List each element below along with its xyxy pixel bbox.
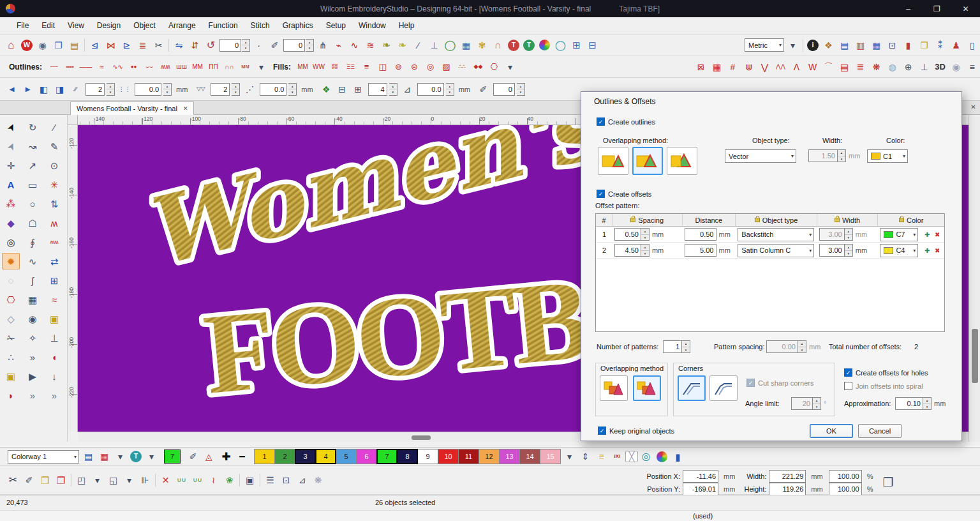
v-scroll-thumb[interactable]: [972, 329, 978, 383]
fill-window-icon[interactable]: ◫: [375, 59, 390, 75]
color-wheel-icon[interactable]: [539, 40, 550, 50]
fill-satin-icon[interactable]: WW: [311, 59, 327, 75]
prop-spinner-6[interactable]: ▴▾: [446, 83, 454, 96]
pentagon-tool[interactable]: ☖: [24, 215, 41, 231]
palette-color-6[interactable]: 6: [356, 449, 377, 464]
object-type-select[interactable]: Vector▾: [725, 149, 796, 163]
col-color[interactable]: Color: [878, 214, 944, 226]
approximation-spinner[interactable]: ▴▾: [923, 397, 932, 410]
create-outlines-checkbox[interactable]: ✓ Create outlines: [597, 117, 655, 126]
outline-wave-icon[interactable]: ≈: [94, 59, 110, 75]
palette-color-11[interactable]: 11: [458, 449, 479, 464]
scissors-icon[interactable]: ✂: [151, 38, 167, 53]
more-tools-icon[interactable]: »: [24, 387, 41, 404]
curve-arrow-tool[interactable]: ↝: [24, 138, 41, 155]
outline-color-select[interactable]: C1▾: [867, 149, 908, 163]
contour-fill-icon[interactable]: ⋓: [741, 59, 757, 75]
rectangle-tool[interactable]: ▭: [24, 176, 41, 193]
ellipse-ghost-tool[interactable]: ◌: [2, 272, 20, 289]
thread-spool-icon[interactable]: ▮: [900, 38, 916, 53]
pen-angle-icon[interactable]: ✐: [267, 38, 283, 53]
mirror-horizontal-icon[interactable]: ⇋: [171, 38, 187, 53]
hamburger-icon[interactable]: ≡: [964, 59, 980, 75]
menu-design[interactable]: Design: [91, 17, 127, 34]
fingerprint-icon[interactable]: ◉: [34, 38, 50, 53]
angle-tool-icon[interactable]: ⊿: [399, 82, 415, 97]
lambda-fill-icon[interactable]: Λ: [789, 59, 805, 75]
prop-field-4[interactable]: 0.0: [260, 83, 286, 96]
palette-color-2[interactable]: 2: [274, 449, 295, 464]
punch-tool[interactable]: ◎: [2, 234, 20, 250]
skew-angle-field[interactable]: 0: [283, 39, 305, 52]
color-blend-icon[interactable]: ❖: [318, 82, 334, 97]
resequence-color-icon[interactable]: ◱: [105, 472, 121, 488]
menu-function[interactable]: Function: [202, 17, 244, 34]
palette-color-3[interactable]: 3: [295, 449, 316, 464]
wave-red-icon[interactable]: ≀: [205, 472, 221, 488]
units-select[interactable]: Metric▾: [745, 38, 784, 52]
menu-edit[interactable]: Edit: [35, 17, 61, 34]
person-icon[interactable]: ♟: [948, 38, 964, 53]
node-select-tool[interactable]: ✛: [2, 157, 20, 174]
door-icon[interactable]: ▯: [964, 38, 980, 53]
maximize-button[interactable]: ❐: [923, 0, 951, 17]
arc-fill-icon[interactable]: ⌒: [820, 59, 836, 75]
mirror-vertical-icon[interactable]: ⇵: [187, 38, 203, 53]
outline-m-icon[interactable]: ʍʍ: [158, 59, 174, 75]
fill-diamond-icon[interactable]: ◆◆: [470, 59, 486, 75]
play-tool[interactable]: ▶: [24, 368, 41, 384]
stitch-mm-tool[interactable]: ʍʍ: [45, 234, 63, 250]
prop-field-7[interactable]: 0: [493, 83, 515, 96]
dockbar-icon[interactable]: ❐: [50, 38, 66, 53]
col-width[interactable]: Width: [817, 214, 879, 226]
close-button[interactable]: ✕: [951, 0, 980, 17]
rotate-angle-spinner[interactable]: ▴▾: [242, 39, 250, 52]
team-names-icon[interactable]: ⁑: [932, 38, 948, 53]
create-offsets-holes-checkbox[interactable]: ✓ Create offsets for holes: [844, 368, 928, 377]
position-y-field[interactable]: -169.01: [683, 483, 718, 495]
outline-w-icon[interactable]: ɯɯ: [174, 59, 189, 75]
fill-dots-icon[interactable]: ∴∴: [454, 59, 470, 75]
sparkle-fill-icon[interactable]: ❋: [868, 59, 884, 75]
diamond-tool[interactable]: ◇: [2, 310, 20, 327]
document-tab[interactable]: Womens Football - Varsity - final ✕: [70, 102, 194, 115]
fill-hatch-icon[interactable]: ▨: [438, 59, 454, 75]
menu-stitch[interactable]: Stitch: [244, 17, 276, 34]
split-top-icon[interactable]: ◧: [36, 82, 52, 97]
palette-color-15[interactable]: 15: [540, 449, 561, 464]
distance-field[interactable]: 0.50: [685, 228, 716, 241]
bead-green-b-icon[interactable]: ∪∪: [189, 472, 205, 488]
step-pattern-icon[interactable]: ⊟: [334, 82, 350, 97]
thread-spool-icon[interactable]: ▮: [670, 449, 686, 464]
delete-offset-button[interactable]: ✖: [932, 245, 942, 255]
palette-color-8[interactable]: 8: [397, 449, 418, 464]
rotate-angle-field[interactable]: 0: [219, 39, 241, 52]
no-color-icon[interactable]: ╳: [625, 451, 638, 462]
menu-arrange[interactable]: Arrange: [162, 17, 202, 34]
outline-more-icon[interactable]: ▾: [253, 59, 269, 75]
peaks-fill-icon[interactable]: ⋀⋀: [773, 59, 789, 75]
ground-tool[interactable]: ⊥: [45, 329, 63, 346]
team-names-tool[interactable]: ⁂: [2, 195, 20, 212]
fill-zigzag-icon[interactable]: ʬʬ: [327, 59, 343, 75]
donut-icon[interactable]: ◎: [638, 449, 654, 464]
prop-spinner-3[interactable]: ▴▾: [232, 83, 240, 96]
outline-pi-icon[interactable]: ΠΠ: [205, 59, 221, 75]
skew-angle-spinner[interactable]: ▴▾: [306, 39, 314, 52]
sliders-icon[interactable]: ☰: [262, 472, 278, 488]
rows-fill-icon[interactable]: ▤: [836, 59, 852, 75]
corner-mitre-button[interactable]: [678, 375, 706, 401]
scroll-updown-icon[interactable]: ⇕: [577, 449, 593, 464]
current-color-swatch[interactable]: 7: [164, 449, 181, 464]
fill-tatami-icon[interactable]: ΜΜ: [295, 59, 311, 75]
col-spacing[interactable]: Spacing: [612, 214, 683, 226]
bitmap-icon[interactable]: ▦: [458, 38, 474, 53]
zigzag-red-tool[interactable]: ≈: [45, 291, 63, 308]
prop-field-3[interactable]: 2: [211, 83, 230, 96]
row-object-type-select[interactable]: Backstitch▾: [738, 228, 814, 241]
delete-offset-button[interactable]: ✖: [932, 229, 942, 239]
chevron-down-icon[interactable]: ▾: [89, 472, 105, 488]
grid-icon[interactable]: ⊞: [568, 38, 584, 53]
ring-icon[interactable]: ◯: [553, 38, 568, 53]
column-anchor-icon[interactable]: ⊥: [916, 59, 932, 75]
